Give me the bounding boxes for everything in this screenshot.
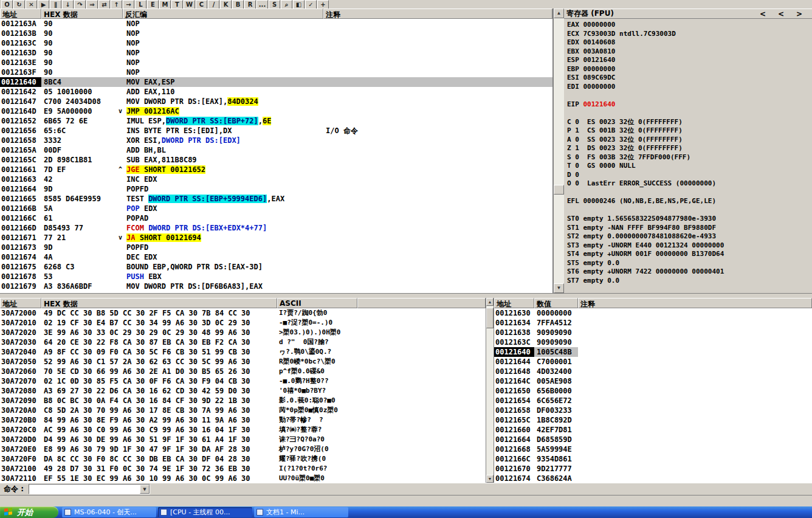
stack-row[interactable]: 001216347FFA4512 (494, 318, 812, 328)
toolbar-button-12[interactable]: E (147, 0, 159, 9)
disasm-row[interactable]: 001216739DPOPFD (0, 243, 552, 252)
register-line[interactable]: ST2 empty 0.0000000078481088620e-4933 (567, 232, 812, 241)
register-line[interactable]: ST0 empty 1.5656583225094877980e-3930 (567, 215, 812, 224)
disasm-row[interactable]: 0012165A00DFADD BH,BL (0, 145, 552, 155)
disasm-row[interactable]: 0012167177 21vJA SHORT 00121694 (0, 233, 552, 243)
dump-row[interactable]: 30A7200049 DC CC 30 B8 5D CC 30 2F F5 CA… (0, 308, 486, 318)
toolbar-button-1[interactable]: ↻ (13, 0, 25, 9)
toolbar-button-5[interactable]: ↓ (62, 0, 74, 9)
disasm-row[interactable]: 0012163F90NOP (0, 67, 552, 77)
toolbar-button-20[interactable]: R (244, 0, 256, 9)
registers-nav-button-1[interactable]: < (772, 10, 790, 18)
register-line[interactable]: T 0 GS 0000 NULL (567, 162, 812, 171)
toolbar-button-19[interactable]: B (232, 0, 244, 9)
register-line[interactable]: EBX 003A0810 (567, 47, 812, 57)
register-line[interactable]: A 0 SS 0023 32位 0(FFFFFFFF) (567, 136, 812, 145)
dump-row[interactable]: 30A7207002 1C 0D 30 85 F5 CA 30 0F F6 CA… (0, 376, 486, 386)
registers-nav-button-2[interactable]: > (790, 10, 808, 18)
dump-scroll-up-icon[interactable]: ▲ (486, 298, 494, 306)
dump-row[interactable]: 30A7205052 99 A6 30 C1 57 2A 30 62 63 CC… (0, 357, 486, 367)
toolbar-button-10[interactable]: → (123, 0, 134, 9)
command-input[interactable]: ▼ (29, 484, 150, 494)
stack-row[interactable]: 0012163C90909090 (494, 337, 812, 347)
stack-row[interactable]: 0012164C005AE908 (494, 376, 812, 386)
dump-row[interactable]: 30A7210049 28 D7 30 31 F0 0C 30 74 9E 1F… (0, 464, 486, 474)
panel-splitter[interactable] (0, 293, 812, 298)
disasm-row[interactable]: 0012165665:6CINS BYTE PTR ES:[EDI],DXI/O… (0, 126, 552, 136)
disasm-row[interactable]: 0012163C90NOP (0, 38, 552, 48)
register-line[interactable]: ECX 7C93003D ntdll.7C93003D (567, 30, 812, 39)
toolbar-button-9[interactable]: ↑ (111, 0, 122, 9)
disasm-row[interactable]: 001216649DPOPFD (0, 184, 552, 194)
register-line[interactable]: P 1 CS 001B 32位 0(FFFFFFFF) (567, 126, 812, 136)
toolbar-button-8[interactable]: ⇄ (98, 0, 110, 9)
register-line[interactable]: S 0 FS 003B 32位 7FFDF000(FFF) (567, 153, 812, 162)
register-line[interactable]: ST7 empty 0.0 (567, 277, 812, 286)
registers-nav-button-0[interactable]: < (754, 10, 772, 18)
scrollbar-thumb[interactable] (554, 185, 564, 195)
disasm-row[interactable]: 00121647C700 24034D08MOV DWORD PTR DS:[E… (0, 97, 552, 106)
dump-row[interactable]: 30A720D0D4 99 A6 30 DE 99 A6 30 51 9F 1F… (0, 435, 486, 444)
disasm-row[interactable]: 0012167853PUSH EBX (0, 272, 552, 281)
register-line[interactable]: ST6 empty +UNORM 7422 00000000 00000401 (567, 268, 812, 277)
dump-row[interactable]: 30A7201002 19 CF 30 E4 B7 CC 30 34 99 A6… (0, 318, 486, 328)
column-header-stack-value[interactable]: 数值 (534, 298, 578, 308)
chevron-down-icon[interactable]: ▼ (140, 485, 150, 494)
register-line[interactable]: EFL 00000246 (NO,NB,E,BE,NS,PE,GE,LE) (567, 197, 812, 206)
stack-row[interactable]: 001216401005C48B (494, 347, 812, 357)
toolbar-button-3[interactable]: ▶ (38, 0, 49, 9)
toolbar-button-24[interactable]: ◧ (293, 0, 304, 9)
toolbar-button-2[interactable]: ✕ (26, 0, 37, 9)
stack-row[interactable]: 00121658DF003233 (494, 406, 812, 415)
dump-row[interactable]: 30A720203E 99 A6 30 33 0C 29 30 29 0C 29… (0, 328, 486, 337)
dump-row[interactable]: 30A72090B8 0C BC 30 0A F4 CA 30 16 84 CF… (0, 396, 486, 406)
stack-row[interactable]: 00121650656B0000 (494, 386, 812, 396)
register-line[interactable]: ST1 empty -NAN FFFF BF994F80 BF9880DF (567, 224, 812, 233)
disasm-row[interactable]: 001216617D EF^JGE SHORT 00121652 (0, 165, 552, 174)
register-line[interactable]: EAX 00000000 (567, 21, 812, 30)
register-line[interactable]: D 0 (567, 171, 812, 180)
toolbar-button-23[interactable]: ⌕ (281, 0, 292, 9)
disasm-row[interactable]: 0012163B90NOP (0, 29, 552, 38)
dump-row[interactable]: 30A7203064 20 CE 30 22 F8 CA 30 87 EB CA… (0, 337, 486, 347)
register-line[interactable]: EDX 00140608 (567, 38, 812, 47)
register-line[interactable]: ESP 00121640 (567, 56, 812, 65)
stack-row[interactable]: 001216709D217777 (494, 464, 812, 474)
stack-row[interactable]: 001216484D032400 (494, 367, 812, 376)
column-header-comment[interactable]: 注释 (323, 9, 552, 19)
toolbar-button-16[interactable]: C (196, 0, 207, 9)
register-line[interactable]: ESI 089C69DC (567, 74, 812, 83)
register-line[interactable]: ST4 empty +UNORM 001F 00000000 B1370D64 (567, 250, 812, 259)
stack-row[interactable]: 00121644C7000001 (494, 357, 812, 367)
dump-row[interactable]: 30A72110EF 55 1E 30 EC 99 A6 30 10 99 A6… (0, 474, 486, 483)
register-line[interactable]: EBP 00000000 (567, 65, 812, 74)
column-header-address[interactable]: 地址 (0, 9, 41, 19)
dump-row[interactable]: 30A72080A3 69 27 30 22 D6 CA 30 16 62 CD… (0, 386, 486, 396)
toolbar-button-18[interactable]: K (220, 0, 232, 9)
toolbar-button-14[interactable]: T (171, 0, 183, 9)
disasm-row[interactable]: 0012166342INC EDX (0, 174, 552, 184)
stack-row[interactable]: 0012165C1B8C892D (494, 415, 812, 425)
toolbar-button-25[interactable]: ✓ (305, 0, 317, 9)
toolbar-button-13[interactable]: M (159, 0, 171, 9)
column-header-stack-address[interactable]: 地址 (494, 298, 534, 308)
dump-scrollbar[interactable]: ▲ ▼ (486, 298, 494, 483)
taskbar-task[interactable]: [CPU - 主线程 00... (158, 507, 252, 517)
toolbar-button-6[interactable]: ↷ (74, 0, 86, 9)
toolbar-button-26[interactable]: + (317, 0, 329, 9)
register-line[interactable]: EDI 00000000 (567, 83, 812, 92)
disasm-row[interactable]: 00121679A3 836A6BDFMOV DWORD PTR DS:[DF6… (0, 281, 552, 291)
disasm-row[interactable]: 0012163D90NOP (0, 48, 552, 58)
toolbar-button-15[interactable]: W (184, 0, 195, 9)
stack-row[interactable]: 001216546C656E72 (494, 396, 812, 406)
disasm-row[interactable]: 001216744ADEC EDX (0, 252, 552, 262)
toolbar-button-17[interactable]: / (208, 0, 219, 9)
dump-scroll-down-icon[interactable]: ▼ (486, 475, 494, 483)
toolbar-button-22[interactable]: S (269, 0, 280, 9)
dump-row[interactable]: 30A720A0C8 5D 2A 30 70 99 A6 30 17 8E CB… (0, 406, 486, 415)
disasm-row[interactable]: 0012164DE9 5A000000vJMP 001216AC (0, 106, 552, 116)
register-line[interactable]: O 0 LastErr ERROR_SUCCESS (00000000) (567, 179, 812, 188)
dump-row[interactable]: 30A720C0AC 99 A6 30 C0 99 A6 30 C9 99 A6… (0, 425, 486, 435)
toolbar-button-21[interactable]: ... (256, 0, 268, 9)
scroll-down-icon[interactable]: ▼ (554, 283, 564, 293)
